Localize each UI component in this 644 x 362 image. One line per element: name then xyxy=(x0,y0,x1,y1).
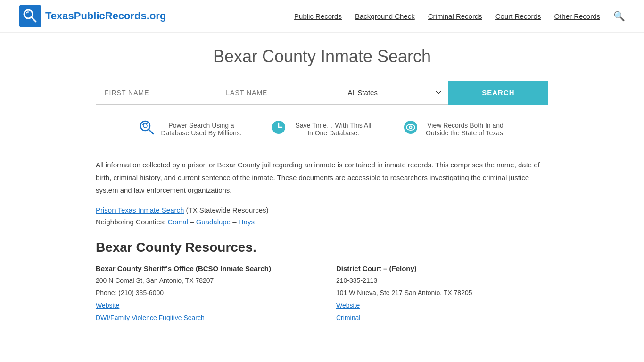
district-court-address: 101 W Nueva, Ste 217 San Antonio, TX 782… xyxy=(336,288,548,298)
feature-save-time: Save Time… With This All In One Database… xyxy=(270,119,374,140)
guadalupe-link[interactable]: Guadalupe xyxy=(196,218,231,226)
comal-link[interactable]: Comal xyxy=(168,218,188,226)
prison-search-suffix: (TX Statewide Resources) xyxy=(184,206,268,214)
district-court-heading: District Court – (Felony) xyxy=(336,264,548,272)
district-court-phone: 210-335-2113 xyxy=(336,275,548,286)
resource-sheriffs-office: Bexar County Sheriff's Office (BCSO Inma… xyxy=(96,264,308,325)
description-text: All information collected by a prison or… xyxy=(96,158,548,197)
first-name-input[interactable] xyxy=(96,81,217,105)
resources-grid: Bexar County Sheriff's Office (BCSO Inma… xyxy=(96,264,548,325)
logo-text: TexasPublicRecords.org xyxy=(45,10,166,22)
nav-criminal-records[interactable]: Criminal Records xyxy=(428,12,482,20)
search-button[interactable]: SEARCH xyxy=(448,81,548,105)
prison-search-link[interactable]: Prison Texas Inmate Search xyxy=(96,206,184,214)
neighboring-label: Neighboring Counties: xyxy=(96,218,168,226)
search-icon[interactable]: 🔍 xyxy=(613,10,625,22)
last-name-input[interactable] xyxy=(217,81,339,105)
svg-point-5 xyxy=(143,124,147,128)
main-nav: Public Records Background Check Criminal… xyxy=(294,10,625,22)
eye-icon xyxy=(402,119,419,140)
hays-link[interactable]: Hays xyxy=(239,218,255,226)
dwi-search-link[interactable]: DWI/Family Violence Fugitive Search xyxy=(96,314,205,321)
page-title: Bexar County Inmate Search xyxy=(96,47,548,66)
svg-line-4 xyxy=(149,129,153,134)
power-search-icon xyxy=(138,119,155,140)
district-court-website-link[interactable]: Website xyxy=(336,302,360,309)
nav-public-records[interactable]: Public Records xyxy=(294,12,342,20)
nav-court-records[interactable]: Court Records xyxy=(495,12,541,20)
features-section: Power Search Using a Database Used By Mi… xyxy=(96,119,548,140)
search-bar: All States Alabama Alaska Arizona Arkans… xyxy=(96,81,548,105)
state-select[interactable]: All States Alabama Alaska Arizona Arkans… xyxy=(339,81,448,105)
site-header: TexasPublicRecords.org Public Records Ba… xyxy=(0,0,644,33)
sheriffs-website-link[interactable]: Website xyxy=(96,302,119,309)
feature-power-search: Power Search Using a Database Used By Mi… xyxy=(138,119,242,140)
logo-icon xyxy=(19,5,41,27)
neighboring-counties-line: Neighboring Counties: Comal – Guadalupe … xyxy=(96,218,548,226)
svg-point-12 xyxy=(410,127,412,128)
svg-rect-0 xyxy=(19,5,41,27)
resource-district-court: District Court – (Felony) 210-335-2113 1… xyxy=(336,264,548,325)
sheriffs-phone: Phone: (210) 335-6000 xyxy=(96,288,308,298)
feature-view-records-text: View Records Both In and Outside the Sta… xyxy=(425,122,506,137)
district-court-criminal-link[interactable]: Criminal xyxy=(336,314,360,321)
main-content: Bexar County Inmate Search All States Al… xyxy=(86,33,558,339)
resources-title: Bexar County Resources. xyxy=(96,240,548,255)
feature-power-search-text: Power Search Using a Database Used By Mi… xyxy=(161,122,242,137)
feature-view-records: View Records Both In and Outside the Sta… xyxy=(402,119,506,140)
prison-search-line: Prison Texas Inmate Search (TX Statewide… xyxy=(96,206,548,214)
sheriffs-address: 200 N Comal St, San Antonio, TX 78207 xyxy=(96,275,308,286)
clock-icon xyxy=(270,119,287,140)
nav-background-check[interactable]: Background Check xyxy=(355,12,415,20)
nav-other-records[interactable]: Other Records xyxy=(554,12,600,20)
feature-save-time-text: Save Time… With This All In One Database… xyxy=(293,122,374,137)
site-logo[interactable]: TexasPublicRecords.org xyxy=(19,5,166,27)
links-section: Prison Texas Inmate Search (TX Statewide… xyxy=(96,206,548,226)
sheriffs-heading: Bexar County Sheriff's Office (BCSO Inma… xyxy=(96,264,308,272)
